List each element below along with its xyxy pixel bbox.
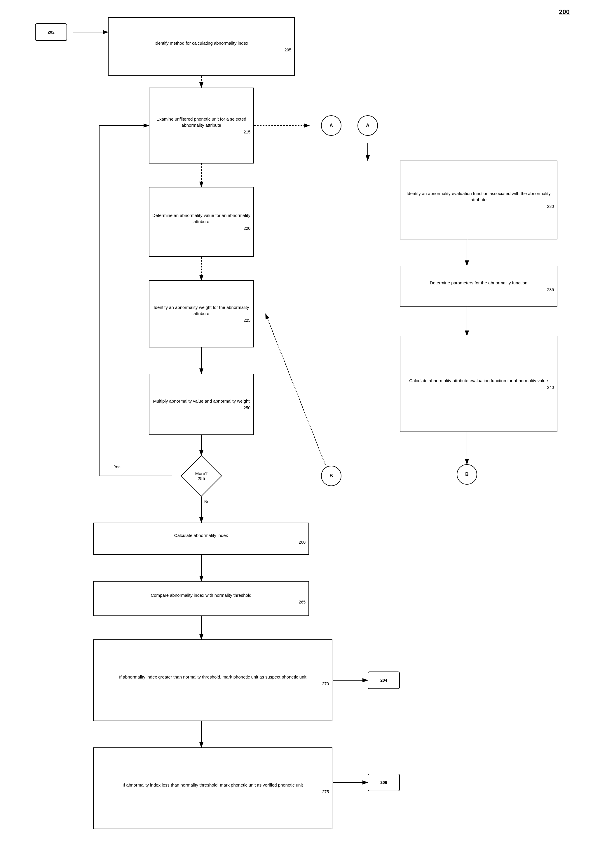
circle-B-left: B	[321, 466, 341, 486]
circle-A-entry: A	[357, 115, 378, 136]
box-260-label: Calculate abnormality index	[174, 532, 228, 538]
box-260-num: 260	[299, 540, 305, 545]
box-265-label: Compare abnormality index with normality…	[150, 592, 251, 598]
box-225-num: 225	[244, 317, 251, 323]
box-270: If abnormality index greater than normal…	[93, 639, 332, 721]
box-230-num: 230	[547, 204, 554, 210]
box-205-num: 205	[285, 47, 291, 53]
ref-206-label: 206	[380, 780, 387, 785]
box-225: Identify an abnormality weight for the a…	[149, 280, 254, 347]
box-220-label: Determine an abnormality value for an ab…	[152, 212, 251, 224]
diamond-255-label: More?	[184, 471, 219, 476]
box-250-label: Multiply abnormality value and abnormali…	[153, 398, 250, 404]
box-235: Determine parameters for the abnormality…	[400, 266, 558, 307]
box-270-num: 270	[322, 681, 329, 687]
box-230: Identify an abnormality evaluation funct…	[400, 161, 558, 239]
box-240-label: Calculate abnormality attribute evaluati…	[409, 378, 548, 384]
ref-204-box: 204	[368, 672, 400, 689]
box-275-num: 275	[322, 789, 329, 795]
box-260: Calculate abnormality index 260	[93, 523, 309, 555]
diamond-255-content: More? 255	[184, 471, 219, 481]
diamond-255: More? 255	[172, 455, 230, 496]
box-205-label: Identify method for calculating abnormal…	[154, 40, 248, 46]
flowchart-diagram: 200	[0, 0, 593, 868]
box-225-label: Identify an abnormality weight for the a…	[152, 304, 251, 316]
arrows-layer	[0, 0, 593, 868]
box-240-num: 240	[547, 385, 554, 391]
box-265: Compare abnormality index with normality…	[93, 581, 309, 616]
box-270-label: If abnormality index greater than normal…	[119, 674, 307, 680]
box-250: Multiply abnormality value and abnormali…	[149, 374, 254, 435]
box-220-num: 220	[244, 226, 251, 232]
box-250-num: 250	[244, 405, 251, 411]
diamond-255-num: 255	[184, 476, 219, 481]
svg-line-19	[266, 314, 330, 476]
ref-206-box: 206	[368, 774, 400, 791]
box-275-label: If abnormality index less than normality…	[122, 782, 303, 788]
box-215: Examine unfiltered phonetic unit for a s…	[149, 88, 254, 164]
box-205: Identify method for calculating abnormal…	[108, 17, 295, 75]
box-275: If abnormality index less than normality…	[93, 747, 332, 829]
box-215-label: Examine unfiltered phonetic unit for a s…	[152, 116, 251, 128]
box-220: Determine an abnormality value for an ab…	[149, 187, 254, 257]
box-230-label: Identify an abnormality evaluation funct…	[403, 190, 554, 203]
start-ref-label: 202	[47, 30, 54, 34]
ref-204-label: 204	[380, 678, 387, 683]
box-215-num: 215	[244, 129, 251, 135]
yes-label: Yes	[114, 464, 121, 469]
box-240: Calculate abnormality attribute evaluati…	[400, 336, 558, 432]
box-235-num: 235	[547, 287, 554, 293]
circle-A-top: A	[321, 115, 341, 136]
box-265-num: 265	[299, 599, 305, 605]
circle-B-right: B	[457, 464, 477, 485]
start-ref-box: 202	[35, 24, 67, 41]
diagram-ref: 200	[559, 8, 569, 16]
no-label: No	[204, 499, 209, 504]
box-235-label: Determine parameters for the abnormality…	[430, 280, 527, 286]
